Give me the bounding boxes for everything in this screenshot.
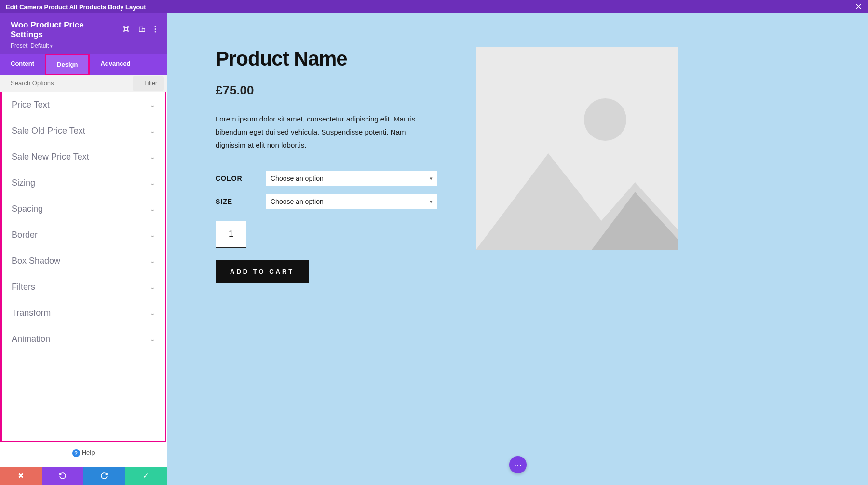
option-price-text[interactable]: Price Text⌄ <box>2 92 165 118</box>
product-title: Product Name <box>216 47 437 70</box>
layout: Woo Product Price Settings Preset: Defau… <box>0 13 868 485</box>
option-animation[interactable]: Animation⌄ <box>2 326 165 352</box>
search-input[interactable] <box>0 75 133 92</box>
preset-dropdown[interactable]: Preset: Default <box>11 42 156 49</box>
option-box-shadow[interactable]: Box Shadow⌄ <box>2 248 165 274</box>
option-sizing[interactable]: Sizing⌄ <box>2 170 165 196</box>
chevron-down-icon: ⌄ <box>150 127 155 135</box>
variation-size-label: SIZE <box>216 198 254 205</box>
tab-content[interactable]: Content <box>0 54 45 75</box>
svg-rect-2 <box>142 28 145 31</box>
option-border[interactable]: Border⌄ <box>2 222 165 248</box>
expand-icon[interactable] <box>122 26 130 35</box>
option-spacing[interactable]: Spacing⌄ <box>2 196 165 222</box>
chevron-down-icon: ⌄ <box>150 283 155 291</box>
preview-canvas: Product Name £75.00 Lorem ipsum dolor si… <box>167 13 868 485</box>
module-header-icons <box>122 26 156 35</box>
builder-fab-icon[interactable]: ⋯ <box>509 456 527 473</box>
svg-rect-0 <box>124 27 127 30</box>
option-filters[interactable]: Filters⌄ <box>2 274 165 300</box>
option-sale-new-price-text[interactable]: Sale New Price Text⌄ <box>2 144 165 170</box>
chevron-down-icon: ⌄ <box>150 257 155 265</box>
chevron-down-icon: ⌄ <box>150 153 155 161</box>
undo-button[interactable] <box>42 467 84 485</box>
save-button[interactable]: ✓ <box>125 467 167 485</box>
svg-point-5 <box>155 31 156 32</box>
svg-point-7 <box>584 98 626 141</box>
variation-size-select[interactable]: Choose an option <box>266 194 437 209</box>
option-transform[interactable]: Transform⌄ <box>2 300 165 326</box>
product-details: Product Name £75.00 Lorem ipsum dolor si… <box>216 47 437 283</box>
module-title: Woo Product Price Settings <box>11 20 117 40</box>
filter-label: Filter <box>144 80 157 87</box>
product-description: Lorem ipsum dolor sit amet, consectetur … <box>216 112 437 151</box>
product-image-placeholder <box>476 47 678 250</box>
top-bar-title: Edit Camera Product All Products Body La… <box>6 3 146 11</box>
chevron-down-icon: ⌄ <box>150 179 155 187</box>
more-menu-icon[interactable] <box>154 26 156 35</box>
svg-rect-1 <box>139 27 143 31</box>
action-bar: ✖ ✓ <box>0 467 167 485</box>
variation-color-label: COLOR <box>216 175 254 182</box>
responsive-icon[interactable] <box>138 26 146 35</box>
svg-point-4 <box>155 28 156 30</box>
close-icon[interactable]: ✕ <box>855 1 862 12</box>
tab-design[interactable]: Design <box>45 54 90 75</box>
product-price: £75.00 <box>216 83 437 98</box>
chevron-down-icon: ⌄ <box>150 231 155 239</box>
help-link[interactable]: ?Help <box>0 442 167 467</box>
settings-tabs: Content Design Advanced <box>0 54 167 75</box>
design-options-list: Price Text⌄ Sale Old Price Text⌄ Sale Ne… <box>0 92 166 442</box>
module-header: Woo Product Price Settings Preset: Defau… <box>0 13 167 54</box>
add-to-cart-button[interactable]: ADD TO CART <box>216 260 309 283</box>
chevron-down-icon: ⌄ <box>150 205 155 213</box>
redo-button[interactable] <box>83 467 125 485</box>
help-icon: ? <box>72 449 80 457</box>
option-sale-old-price-text[interactable]: Sale Old Price Text⌄ <box>2 118 165 144</box>
settings-sidebar: Woo Product Price Settings Preset: Defau… <box>0 13 167 485</box>
svg-point-3 <box>155 26 156 27</box>
chevron-down-icon: ⌄ <box>150 336 155 343</box>
filter-button[interactable]: + Filter <box>133 76 164 91</box>
tab-advanced[interactable]: Advanced <box>90 54 141 75</box>
top-bar: Edit Camera Product All Products Body La… <box>0 0 868 13</box>
search-row: + Filter <box>0 75 167 92</box>
variation-color-select[interactable]: Choose an option <box>266 171 437 186</box>
chevron-down-icon: ⌄ <box>150 310 155 317</box>
discard-button[interactable]: ✖ <box>0 467 42 485</box>
chevron-down-icon: ⌄ <box>150 101 155 108</box>
quantity-input[interactable] <box>216 221 246 248</box>
